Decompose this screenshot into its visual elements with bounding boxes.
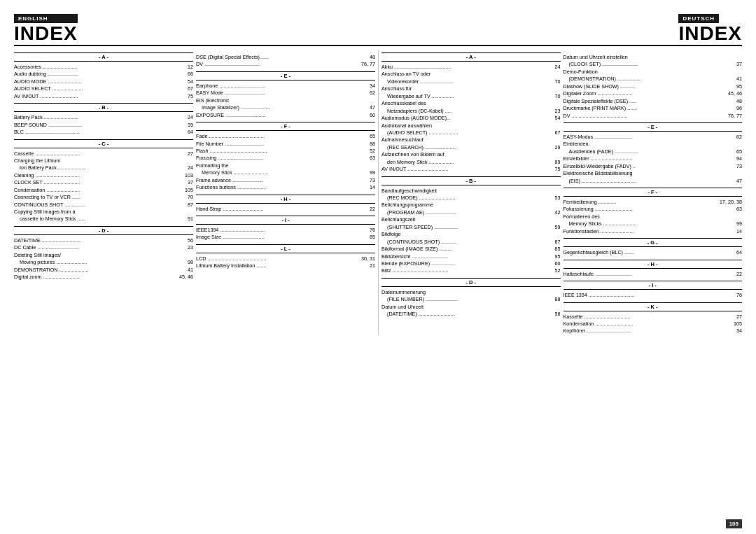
list-item: Netzadapters (DC-Kabel) ..... 23 [382, 108, 561, 115]
list-item: (AUDIO SELECT) ..................... 67 [382, 129, 561, 136]
list-item: (EIS) ..................................… [564, 178, 743, 185]
titles-row: ENGLISH INDEX DEUTSCH INDEX [14, 14, 742, 43]
list-item: Copying Still images from a [14, 209, 193, 216]
section-l-en: - L - [196, 244, 375, 253]
list-item: Memory Sticks ........................ 9… [564, 220, 743, 227]
list-item: Bildformat (IMAGE SIZE) ......... 85 [382, 246, 561, 253]
english-col1: - A - Accessories ......................… [14, 50, 196, 281]
section-i-de: - I - [564, 281, 743, 290]
section-d-en: - D - [14, 226, 193, 235]
list-item: Audiomodus (AUDIO MODE)... 54 [382, 115, 561, 122]
list-item: (PROGRAM AE) ...................... 42 [382, 209, 561, 216]
list-item: Kassette ...............................… [564, 314, 743, 321]
list-item: Druckmarke (PRINT MARK) ....... 96 [564, 105, 743, 112]
english-section: - A - Accessories ......................… [14, 50, 378, 335]
list-item: Moving pictures ...................... 9… [14, 259, 193, 266]
list-item: Flash ..................................… [196, 148, 375, 155]
list-item: (SHUTTER SPEED) ................. 59 [382, 224, 561, 231]
list-item: Einzelbild-Wiedergabe (FADV) .. 73 [564, 163, 743, 170]
list-item: Funktionstasten ........................… [564, 228, 743, 235]
list-item: Hand Strap .............................… [196, 206, 375, 213]
list-item: Videorekorder ........................ 7… [382, 78, 561, 85]
list-item: (CLOCK SET) .......................... 3… [564, 61, 743, 68]
list-item: Blende (EXPOSURE) ................. 60 [382, 260, 561, 267]
list-item: AV IN/OUT ........................... 75 [14, 93, 193, 100]
main-divider [14, 45, 742, 46]
content-area: - A - Accessories ......................… [14, 50, 742, 335]
list-item: Blitz ..................................… [382, 267, 561, 274]
list-item: Frame advance ...................... 73 [196, 177, 375, 184]
list-item: CONTINUOUS SHOT ............... 87 [14, 202, 193, 209]
list-item: DC Cable .............................. … [14, 244, 193, 251]
list-item: Kopfhörer ..............................… [564, 328, 743, 335]
english-col2: DSE (Digital Special Effects)...... 48 D… [196, 50, 375, 281]
section-f-de: - F - [564, 188, 743, 197]
list-item: Fokussierung ...........................… [564, 206, 743, 213]
list-item: Elektronische Bildstabilisierung [564, 170, 743, 177]
list-item: Charging the Lithium [14, 157, 193, 164]
list-item: Condensation ........................ 10… [14, 187, 193, 194]
list-item: CLOCK SET .......................... 37 [14, 179, 193, 186]
list-item: Earphone ...............................… [196, 83, 375, 90]
page-number-badge: 109 [726, 519, 742, 528]
list-item: Einblenden, [564, 141, 743, 148]
list-item: Datum und Uhrzeit einstellen [564, 54, 743, 61]
section-k-de: - K - [564, 302, 743, 311]
list-item: Deleting Still images/ [14, 252, 193, 259]
list-item: Accessories ......................... 12 [14, 64, 193, 71]
list-item: Digitale Spezialeffekte (DSE) ..... 48 [564, 98, 743, 105]
list-item: Cleaning ...............................… [14, 172, 193, 179]
list-item: Digital zoom .......................... … [14, 274, 193, 281]
list-item: Anschlusskabel des [382, 100, 561, 107]
english-title-area: ENGLISH INDEX [14, 14, 78, 43]
list-item: BEEP SOUND ........................ 39 [14, 122, 193, 129]
list-item: (DATE/TIME) .......................... 5… [382, 311, 561, 318]
section-a-de: - A - [382, 52, 561, 62]
deutsch-columns: - A - Akku .............................… [382, 50, 742, 335]
list-item: Image Stabilizer) ..................... … [196, 104, 375, 111]
list-item: DEMONSTRATION ..................... 41 [14, 267, 193, 274]
section-e-de: - E - [564, 122, 743, 132]
list-item: Image Size .............................… [196, 234, 375, 241]
index-title-right: INDEX [678, 24, 742, 43]
list-item: EASY-Modus ........................... 6… [564, 134, 743, 141]
section-f-en: - F - [196, 122, 375, 131]
list-item: Battery Pack ......................... 2… [14, 114, 193, 121]
section-g-de: - G - [564, 238, 743, 247]
english-columns: - A - Accessories ......................… [14, 50, 375, 281]
list-item: Bildfolge [382, 231, 561, 238]
deutsch-title-area: DEUTSCH INDEX [678, 14, 742, 43]
list-item: EXPOSURE ............................. 6… [196, 112, 375, 119]
list-item: DATE/TIME ............................ 5… [14, 237, 193, 244]
list-item: DV .....................................… [564, 113, 743, 120]
list-item: Belichtungszeit [382, 216, 561, 223]
section-a-en: - A - [14, 52, 193, 62]
list-item: (DEMONSTRATION) ................. 41 [564, 76, 743, 83]
list-item: Halteschlaufe ..........................… [564, 271, 743, 278]
list-item: den Memory Stick .................. 89 [382, 159, 561, 166]
list-item: Formatting the [196, 162, 375, 169]
list-item: Audio dubbing ...................... 66 [14, 71, 193, 78]
list-item: Ausblenden (FADE) ................. 65 [564, 148, 743, 155]
list-item: Kondensation ...........................… [564, 321, 743, 328]
list-item: BLC ....................................… [14, 129, 193, 136]
list-item: Gegenlichtausgleich (BLC) ....... 64 [564, 249, 743, 256]
list-item: AUDIO SELECT ...................... 67 [14, 85, 193, 92]
list-item: IEEE1394 ...............................… [196, 227, 375, 234]
list-item: Aufzeichnen von Bildern auf [382, 151, 561, 158]
list-item: Belichtungsprogramme [382, 202, 561, 209]
section-b-de: - B - [382, 176, 561, 185]
list-item: (FILE NUMBER) ....................... 88 [382, 296, 561, 303]
list-item: EASY Mode ............................. … [196, 90, 375, 97]
list-item: (REC MODE) .......................... 53 [382, 195, 561, 202]
list-item: Focusing ...............................… [196, 155, 375, 162]
list-item: Fernbedienung ............. 17, 20, 38 [564, 199, 743, 206]
list-item: Fade ...................................… [196, 133, 375, 140]
section-h-de: - H - [564, 260, 743, 269]
list-item: Dateinummerierung [382, 289, 561, 296]
list-item: Datum und Uhrzeit [382, 304, 561, 311]
list-item: Bildübersicht ..........................… [382, 253, 561, 260]
list-item: Formatieren des [564, 213, 743, 220]
deutsch-col2: Datum und Uhrzeit einstellen (CLOCK SET)… [564, 50, 743, 335]
list-item: AUDIO MODE ........................ 54 [14, 78, 193, 85]
